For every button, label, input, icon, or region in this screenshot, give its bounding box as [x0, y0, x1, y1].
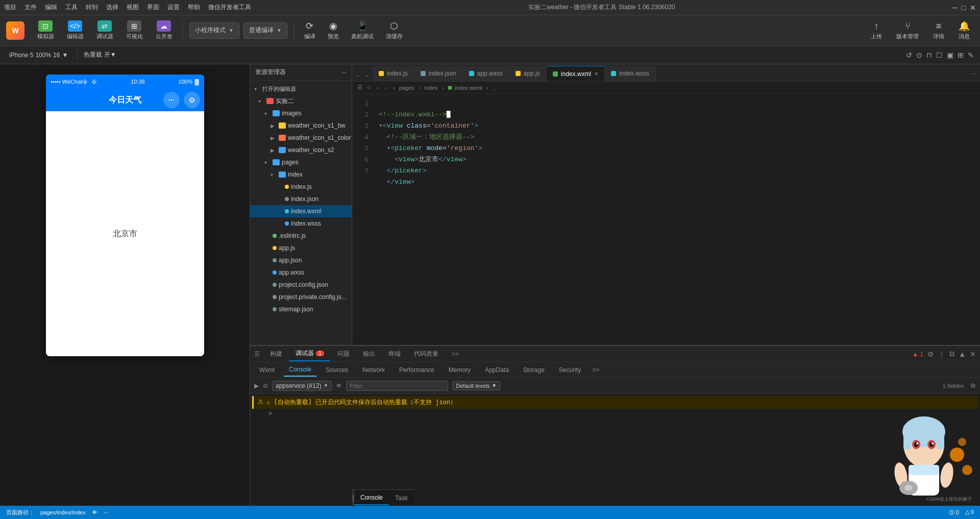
ct-console-tab[interactable]: Console: [354, 491, 389, 505]
level-selector[interactable]: Default levels ▼: [452, 381, 500, 390]
console-more-tabs-icon[interactable]: >>: [592, 366, 599, 374]
devtools-more-icon[interactable]: >>: [448, 351, 463, 358]
app-json-file[interactable]: ▶ app.json: [250, 254, 352, 266]
project-private-config-file[interactable]: ▶ project.private.config.js...: [250, 291, 352, 303]
app-js-file[interactable]: ▶ app.js: [250, 242, 352, 254]
service-selector[interactable]: appservice (#12) ▼: [272, 381, 332, 391]
menu-project[interactable]: 项目: [4, 3, 16, 12]
project-root[interactable]: ▾ 实验二: [250, 95, 352, 107]
tab-app-wxss[interactable]: app.wxss: [463, 66, 509, 81]
console-sources-tab[interactable]: Sources: [321, 363, 353, 377]
clear-cache-button[interactable]: ⬡ 清缓存: [382, 18, 407, 42]
status-eye-icon[interactable]: 👁: [92, 509, 97, 515]
tab-index-wxml[interactable]: index.wxml ✕: [547, 66, 605, 81]
devtools-tab-output[interactable]: 输出: [357, 347, 381, 361]
console-block-icon[interactable]: ⊘: [263, 382, 268, 389]
menu-select[interactable]: 选择: [106, 3, 118, 12]
debugger-button[interactable]: ⇄ 调试器: [92, 18, 117, 42]
tablet-icon[interactable]: ▣: [947, 51, 953, 59]
devtools-tab-terminal[interactable]: 终端: [382, 347, 407, 361]
close-button[interactable]: ✕: [970, 4, 976, 12]
console-execute-icon[interactable]: ▶: [254, 382, 259, 389]
devtools-settings-icon[interactable]: ⚙: [927, 350, 934, 358]
sitemap-file[interactable]: ▶ sitemap.json: [250, 303, 352, 315]
devtools-tab-issues[interactable]: 问题: [331, 347, 356, 361]
refresh-icon[interactable]: ↺: [906, 51, 912, 59]
upload-button[interactable]: ↑ 上传: [867, 19, 886, 42]
stop-icon[interactable]: ⊙: [916, 51, 922, 59]
tab-more-button[interactable]: ···: [967, 66, 980, 81]
project-config-file[interactable]: ▶ project.config.json: [250, 279, 352, 291]
devtools-undock-icon[interactable]: ⧉: [949, 350, 954, 358]
console-appdata-tab[interactable]: AppData: [480, 363, 514, 377]
console-wxml-tab[interactable]: Wxml: [254, 363, 280, 377]
mode-dropdown[interactable]: 小程序模式 ▼: [189, 22, 239, 39]
message-button[interactable]: 🔔 消息: [954, 18, 974, 42]
version-manager-button[interactable]: ⑂ 版本管理: [892, 19, 923, 42]
console-network-tab[interactable]: Network: [357, 363, 390, 377]
phone-dots-button[interactable]: ···: [163, 92, 180, 108]
console-security-tab[interactable]: Security: [554, 363, 586, 377]
breadcrumb-hamburger[interactable]: ☰: [357, 84, 362, 91]
console-storage-tab[interactable]: Storage: [518, 363, 550, 377]
console-memory-tab[interactable]: Memory: [444, 363, 476, 377]
devtools-tab-debugger[interactable]: 调试器 1: [289, 347, 330, 361]
breadcrumb-file[interactable]: index.wxml: [454, 85, 482, 91]
console-console-tab[interactable]: Console: [284, 363, 316, 377]
phone-icon[interactable]: ☐: [936, 51, 943, 59]
detail-button[interactable]: ≡ 详情: [929, 19, 948, 42]
maximize-button[interactable]: □: [962, 4, 966, 12]
device-selector[interactable]: iPhone 5 100% 16 ▼: [6, 51, 71, 60]
menu-wechat-devtools[interactable]: 微信开发者工具: [208, 3, 251, 12]
open-editors-section[interactable]: ▾ 打开的编辑器: [250, 83, 352, 95]
app-wxss-file[interactable]: ▶ app.wxss: [250, 266, 352, 279]
simulator-button[interactable]: ⊡ 模拟器: [33, 18, 58, 42]
eslintrc-file[interactable]: ▶ .eslintrc.js: [250, 230, 352, 242]
editor-nav-forward[interactable]: →: [363, 72, 370, 79]
menu-edit[interactable]: 编辑: [45, 3, 57, 12]
menu-file[interactable]: 文件: [24, 3, 37, 12]
filter-input[interactable]: [346, 381, 448, 391]
menu-tools[interactable]: 工具: [65, 3, 78, 12]
menu-view[interactable]: 视图: [127, 3, 139, 12]
rotate-icon[interactable]: ⊓: [926, 51, 932, 59]
index-js-file[interactable]: ▶ index.js: [250, 181, 352, 193]
index-folder[interactable]: ▾ index: [250, 168, 352, 181]
tab-close-icon[interactable]: ✕: [594, 71, 598, 77]
devtools-collapse-icon[interactable]: ☰: [254, 351, 260, 358]
grid-icon[interactable]: ⊞: [958, 51, 964, 59]
index-wxss-file[interactable]: ▶ index.wxss: [250, 217, 352, 230]
menu-help[interactable]: 帮助: [188, 3, 200, 12]
editor-button[interactable]: </> 编辑器: [62, 18, 88, 42]
weather-icon-color-folder[interactable]: ▶ weather_icon_s1_color: [250, 132, 352, 144]
cloud-button[interactable]: ☁ 云开发: [151, 18, 177, 42]
breadcrumb-dots[interactable]: ...: [492, 85, 497, 91]
visual-button[interactable]: ⊞ 可视化: [121, 18, 147, 42]
tab-app-js[interactable]: app.js: [509, 66, 547, 81]
devtools-close-icon[interactable]: ✕: [970, 350, 976, 358]
breadcrumb-pages[interactable]: pages: [399, 85, 414, 91]
phone-circle-button[interactable]: ⊙: [184, 92, 200, 108]
index-wxml-file[interactable]: ▶ index.wxml: [250, 205, 352, 217]
console-performance-tab[interactable]: Performance: [394, 363, 439, 377]
minimize-button[interactable]: ─: [952, 4, 958, 12]
menu-goto[interactable]: 转到: [86, 3, 98, 12]
menu-settings[interactable]: 设置: [167, 3, 180, 12]
weather-icon-bw-folder[interactable]: ▶ weather_icon_s1_bw: [250, 119, 352, 132]
console-gear-icon[interactable]: ⚙: [970, 382, 976, 389]
brush-icon[interactable]: ✎: [968, 51, 974, 59]
editor-nav-back[interactable]: ←: [355, 72, 361, 79]
devtools-minimize-icon[interactable]: ▲: [959, 350, 966, 358]
breadcrumb-bookmark[interactable]: ☆: [366, 84, 372, 91]
breadcrumb-back[interactable]: ←: [376, 85, 381, 91]
hot-reload-selector[interactable]: 热重载 开▼: [84, 51, 116, 59]
menu-interface[interactable]: 界面: [147, 3, 159, 12]
more-icon[interactable]: ···: [341, 69, 347, 76]
tab-index-js[interactable]: index.js: [373, 66, 414, 81]
breadcrumb-forward[interactable]: →: [383, 85, 389, 91]
real-machine-button[interactable]: 📱 真机调试: [347, 18, 378, 42]
index-json-file[interactable]: ▶ index.json: [250, 193, 352, 205]
weather-icon-s2-folder[interactable]: ▶ weather_icon_s2: [250, 144, 352, 156]
images-folder[interactable]: ▾ images: [250, 107, 352, 119]
pages-folder[interactable]: ▾ pages: [250, 156, 352, 168]
